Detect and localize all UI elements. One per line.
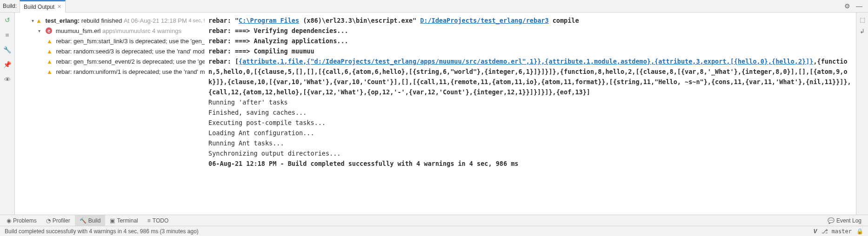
tree-root[interactable]: ▾ ▲ test_erlang: rebuild finished At 06-… xyxy=(15,15,205,26)
warning-text: rebar: random:uniform/1 is deprecated; u… xyxy=(56,68,205,75)
error-icon: e xyxy=(46,27,52,34)
warning-text: rebar: gen_fsm:send_event/2 is deprecate… xyxy=(56,58,205,65)
build-panel-header: Build: Build Output ✕ ⚙ — xyxy=(0,0,868,13)
console-output[interactable]: rebar: "C:\Program Files (x86)\erl23.3\b… xyxy=(205,13,856,215)
status-message: Build completed successfully with 4 warn… xyxy=(5,228,199,235)
eye-icon[interactable]: 👁 xyxy=(4,76,11,83)
todo-icon: ≡ xyxy=(147,217,151,224)
wrench-icon[interactable]: 🔧 xyxy=(3,46,11,53)
gear-icon[interactable]: ⚙ xyxy=(844,2,850,10)
lock-icon[interactable]: 🔒 xyxy=(856,228,863,235)
tree-warning[interactable]: ▲ rebar: random:seed/3 is deprecated; us… xyxy=(15,46,205,56)
build-duration: 4 sec, 986 ms xyxy=(188,18,205,23)
wrap-icon[interactable]: ↲ xyxy=(860,28,865,35)
build-icon: 🔨 xyxy=(80,217,87,224)
file-name: muumuu_fsm.erl xyxy=(56,27,101,34)
minimize-icon[interactable]: — xyxy=(856,2,862,10)
tab-profiler[interactable]: ◔ Profiler xyxy=(41,215,75,226)
build-status: rebuild finished xyxy=(81,17,122,24)
warning-count: 4 warnings xyxy=(152,27,181,34)
tree-warning[interactable]: ▲ rebar: gen_fsm:send_event/2 is depreca… xyxy=(15,56,205,66)
pin-icon[interactable]: 📌 xyxy=(3,61,11,68)
build-label: Build: xyxy=(3,3,17,9)
tab-build[interactable]: 🔨 Build xyxy=(75,215,106,226)
stop-icon[interactable]: ■ xyxy=(5,31,9,39)
path-link[interactable]: C:\Program Files xyxy=(239,17,299,24)
left-gutter: ↺ ■ 🔧 📌 👁 xyxy=(0,13,15,215)
file-path: apps\muumuu\src xyxy=(102,27,150,34)
branch-icon[interactable]: ⎇ master xyxy=(821,228,852,235)
chevron-down-icon[interactable]: ▾ xyxy=(38,28,44,33)
right-gutter: ⬚ ↲ xyxy=(856,13,868,215)
tab-problems[interactable]: ◉ Problems xyxy=(2,215,41,226)
vcs-widget[interactable]: V xyxy=(813,228,817,235)
terminal-icon: ▣ xyxy=(110,217,115,224)
profiler-icon: ◔ xyxy=(46,217,51,224)
tool-window-tabs: ◉ Problems ◔ Profiler 🔨 Build ▣ Terminal… xyxy=(0,215,868,226)
problems-icon: ◉ xyxy=(7,217,11,224)
speech-bubble-icon: 💬 xyxy=(828,217,835,224)
event-log-button[interactable]: 💬 Event Log xyxy=(828,217,868,224)
status-bar: Build completed successfully with 4 warn… xyxy=(0,226,868,236)
ast-link[interactable]: {attribute,1,file,{"d:/IdeaProjects/test… xyxy=(239,58,813,65)
main-area: ↺ ■ 🔧 📌 👁 ▾ ▲ test_erlang: rebuild finis… xyxy=(0,13,868,215)
tree-file[interactable]: ▾ e muumuu_fsm.erl apps\muumuu\src 4 war… xyxy=(15,26,205,36)
tree-warning[interactable]: ▲ rebar: random:uniform/1 is deprecated;… xyxy=(15,66,205,77)
warning-icon: ▲ xyxy=(47,68,53,75)
warning-text: rebar: gen_fsm:start_link/3 is deprecate… xyxy=(56,38,205,45)
tree-warning[interactable]: ▲ rebar: gen_fsm:start_link/3 is depreca… xyxy=(15,36,205,46)
rerun-icon[interactable]: ↺ xyxy=(5,16,10,24)
project-name: test_erlang: xyxy=(46,17,80,24)
warning-icon: ▲ xyxy=(47,58,53,65)
tab-build-output[interactable]: Build Output ✕ xyxy=(20,0,66,13)
tab-title: Build Output xyxy=(24,4,54,10)
close-icon[interactable]: ✕ xyxy=(57,4,61,10)
warning-icon: ▲ xyxy=(47,38,53,45)
path-link[interactable]: D:/IdeaProjects/test_erlang/rebar3 xyxy=(420,17,548,24)
tab-todo[interactable]: ≡ TODO xyxy=(143,215,173,226)
tab-terminal[interactable]: ▣ Terminal xyxy=(105,215,142,226)
warning-icon: ▲ xyxy=(47,48,53,55)
chevron-down-icon[interactable]: ▾ xyxy=(32,18,34,23)
warning-text: rebar: random:seed/3 is deprecated; use … xyxy=(56,48,205,55)
scroll-icon[interactable]: ⬚ xyxy=(860,16,865,23)
build-timestamp: At 06-Aug-21 12:18 PM xyxy=(124,17,187,24)
warning-icon: ▲ xyxy=(36,17,42,24)
build-tree: ▾ ▲ test_erlang: rebuild finished At 06-… xyxy=(15,13,205,215)
